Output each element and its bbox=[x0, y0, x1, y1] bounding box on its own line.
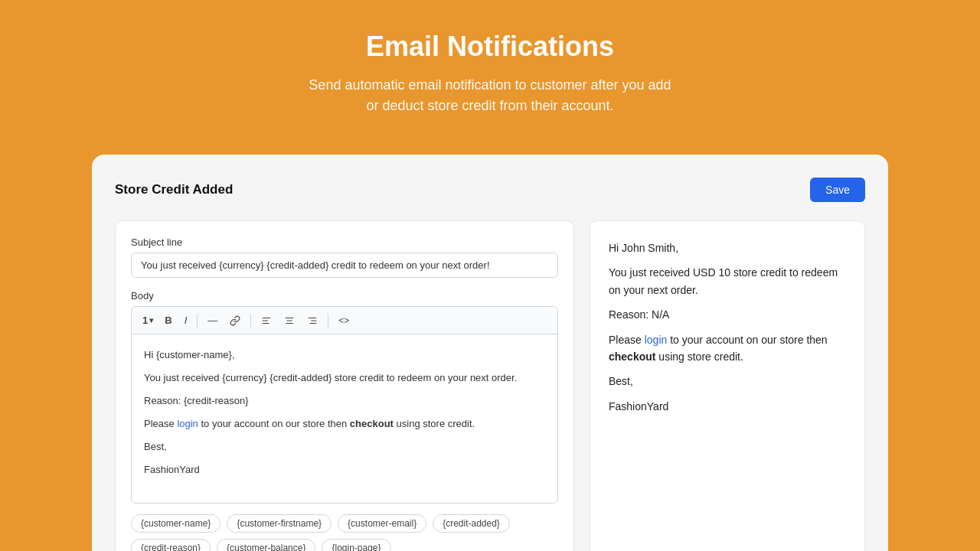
toolbar: 1 B I — bbox=[132, 307, 557, 334]
preview-line-1: You just received USD 10 store credit to… bbox=[609, 264, 846, 298]
toolbar-divider-1 bbox=[197, 314, 198, 328]
subject-input[interactable] bbox=[131, 253, 558, 278]
preview-line-4: Best, bbox=[609, 373, 846, 390]
page-subtitle: Send automatic email notification to cus… bbox=[15, 75, 965, 116]
card-title: Store Credit Added bbox=[115, 182, 233, 197]
align-right-button[interactable] bbox=[302, 312, 323, 329]
editor-panel: Subject line Body 1 B I — bbox=[115, 220, 574, 551]
tag-customer-email[interactable]: {customer-email} bbox=[338, 514, 426, 533]
heading-button[interactable]: 1 bbox=[138, 311, 158, 329]
content-area: Subject line Body 1 B I — bbox=[115, 220, 865, 551]
align-center-button[interactable] bbox=[279, 312, 300, 329]
editor-line-4: Please login to your account on our stor… bbox=[144, 416, 545, 432]
editor-body[interactable]: Hi {customer-name}, You just received {c… bbox=[132, 334, 557, 503]
bold-button[interactable]: B bbox=[159, 311, 177, 329]
preview-login-link[interactable]: login bbox=[645, 334, 668, 346]
save-button[interactable]: Save bbox=[810, 178, 865, 202]
tags-section: {customer-name} {customer-firstname} {cu… bbox=[131, 514, 558, 551]
body-editor: 1 B I — bbox=[131, 306, 558, 504]
editor-line-6: FashionYard bbox=[144, 461, 545, 478]
editor-line-5: Best, bbox=[144, 439, 545, 455]
page-title: Email Notifications bbox=[15, 31, 965, 63]
login-link[interactable]: login bbox=[177, 418, 198, 429]
page-header: Email Notifications Send automatic email… bbox=[0, 0, 980, 155]
editor-line-3: Reason: {credit-reason} bbox=[144, 393, 545, 409]
preview-panel: Hi John Smith, You just received USD 10 … bbox=[590, 220, 865, 551]
tag-credit-reason[interactable]: {credit-reason} bbox=[131, 539, 211, 551]
preview-line-5: FashionYard bbox=[609, 398, 846, 415]
body-label: Body bbox=[131, 290, 558, 302]
editor-line-2: You just received {currency} {credit-add… bbox=[144, 370, 545, 386]
horizontal-rule-button[interactable]: — bbox=[202, 311, 223, 329]
toolbar-divider-2 bbox=[250, 314, 251, 328]
card-header: Store Credit Added Save bbox=[115, 178, 865, 202]
italic-button[interactable]: I bbox=[179, 311, 193, 329]
tag-customer-balance[interactable]: {customer-balance} bbox=[217, 539, 315, 551]
checkout-bold: checkout bbox=[350, 418, 394, 429]
link-button[interactable] bbox=[224, 312, 246, 329]
tag-customer-firstname[interactable]: {customer-firstname} bbox=[227, 514, 332, 533]
tag-customer-name[interactable]: {customer-name} bbox=[131, 514, 220, 533]
preview-greeting: Hi John Smith, bbox=[609, 240, 846, 256]
align-left-button[interactable] bbox=[256, 312, 277, 329]
preview-checkout-bold: checkout bbox=[609, 350, 655, 363]
preview-line-2: Reason: N/A bbox=[609, 306, 846, 323]
subject-label: Subject line bbox=[131, 236, 558, 248]
editor-line-1: Hi {customer-name}, bbox=[144, 347, 545, 364]
main-card: Store Credit Added Save Subject line Bod… bbox=[92, 155, 888, 551]
preview-line-3: Please login to your account on our stor… bbox=[609, 331, 846, 366]
tag-login-page[interactable]: {login-page} bbox=[322, 539, 390, 551]
toolbar-divider-3 bbox=[328, 314, 328, 328]
code-button[interactable]: <> bbox=[333, 312, 354, 329]
tag-credit-added[interactable]: {credit-added} bbox=[433, 514, 510, 533]
